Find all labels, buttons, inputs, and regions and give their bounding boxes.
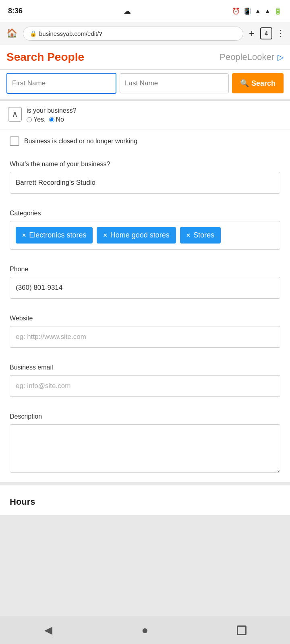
vibrate-icon: 📳	[243, 7, 251, 15]
search-icon: 🔍	[240, 79, 249, 88]
website-input[interactable]	[10, 326, 280, 348]
home-button[interactable]: ●	[133, 621, 157, 639]
description-label: Description	[10, 413, 280, 420]
radio-no-input[interactable]	[49, 117, 54, 122]
website-label: Website	[10, 315, 280, 322]
main-content: ∧ is your business? Yes, No Business is …	[0, 101, 290, 515]
tab-count-button[interactable]: 4	[260, 27, 272, 39]
radio-yes: Yes,	[27, 116, 46, 123]
category-home-good-label: Home good stores	[110, 231, 170, 239]
browser-home-button[interactable]: 🏠	[5, 27, 19, 40]
remove-electronics-icon[interactable]: ×	[22, 232, 26, 239]
category-stores-label: Stores	[193, 231, 214, 239]
checkbox-label: Business is closed or no longer working	[24, 138, 137, 145]
search-button[interactable]: 🔍 Search	[232, 73, 284, 93]
categories-container: × Electronics stores × Home good stores …	[10, 221, 280, 250]
battery-icon: 🔋	[274, 7, 282, 15]
phone-input[interactable]	[10, 277, 280, 299]
category-electronics-label: Electronics stores	[29, 231, 86, 239]
radio-yes-input[interactable]	[27, 117, 32, 122]
recent-apps-button[interactable]	[230, 621, 254, 639]
radio-yes-label: Yes,	[33, 116, 46, 123]
category-tag-stores[interactable]: × Stores	[180, 227, 221, 244]
collapse-question: is your business?	[27, 105, 77, 114]
home-icon: ●	[142, 624, 149, 637]
status-bar: 8:36 ☁ ⏰ 📳 ▲ ▲ 🔋	[0, 0, 290, 22]
hours-section: Hours	[0, 489, 290, 515]
radio-no-label: No	[56, 116, 64, 123]
cloud-icon: ☁	[124, 7, 131, 16]
email-label: Business email	[10, 364, 280, 371]
email-input[interactable]	[10, 375, 280, 397]
business-name-label: What's the name of your business?	[10, 161, 280, 168]
search-button-label: Search	[251, 79, 276, 88]
phone-section: Phone	[0, 266, 290, 315]
collapse-header: ∧ is your business? Yes, No	[0, 101, 290, 130]
ad-title: Search People	[6, 51, 216, 64]
email-section: Business email	[0, 364, 290, 413]
description-input[interactable]	[10, 424, 280, 473]
category-tag-home-good[interactable]: × Home good stores	[97, 227, 176, 244]
hours-title: Hours	[10, 497, 280, 507]
status-icons: ⏰ 📳 ▲ ▲ 🔋	[232, 7, 282, 15]
remove-stores-icon[interactable]: ×	[186, 232, 190, 239]
first-name-input[interactable]	[6, 73, 116, 94]
bottom-nav: ◀ ●	[0, 616, 290, 644]
status-time: 8:36	[8, 7, 23, 15]
business-closed-checkbox[interactable]	[10, 136, 19, 146]
browser-actions: + 4 ⋮	[247, 26, 285, 41]
wifi-icon: ▲	[255, 8, 261, 15]
business-name-section: What's the name of your business?	[0, 153, 290, 210]
square-icon	[237, 625, 246, 635]
phone-label: Phone	[10, 266, 280, 273]
website-section: Website	[0, 315, 290, 364]
play-icon: ▷	[278, 52, 284, 62]
business-name-input[interactable]	[10, 172, 280, 194]
url-bar[interactable]: 🔒 businessyab.com/edit/?	[23, 27, 243, 41]
checkbox-row: Business is closed or no longer working	[0, 130, 290, 153]
description-section: Description	[0, 413, 290, 482]
category-tag-electronics[interactable]: × Electronics stores	[16, 227, 93, 244]
categories-section: Categories × Electronics stores × Home g…	[0, 210, 290, 266]
browser-bar: 🏠 🔒 businessyab.com/edit/? + 4 ⋮	[0, 22, 290, 45]
radio-no: No	[49, 116, 64, 123]
last-name-input[interactable]	[120, 73, 229, 93]
browser-menu-button[interactable]: ⋮	[276, 28, 285, 39]
url-text: businessyab.com/edit/?	[39, 30, 102, 37]
search-people-form: 🔍 Search	[0, 70, 290, 101]
ad-banner: Search People PeopleLooker ▷	[0, 45, 290, 70]
categories-label: Categories	[10, 210, 280, 217]
back-button[interactable]: ◀	[36, 621, 60, 639]
lock-icon: 🔒	[30, 30, 37, 37]
alarm-icon: ⏰	[232, 7, 240, 15]
signal-icon: ▲	[264, 8, 271, 15]
remove-home-good-icon[interactable]: ×	[103, 232, 107, 239]
radio-group: Yes, No	[27, 114, 77, 123]
add-tab-button[interactable]: +	[247, 26, 256, 41]
back-icon: ◀	[44, 624, 52, 636]
collapse-content: is your business? Yes, No	[27, 107, 77, 123]
ad-brand: PeopleLooker	[220, 52, 274, 62]
section-divider	[0, 482, 290, 485]
collapse-button[interactable]: ∧	[8, 107, 22, 122]
